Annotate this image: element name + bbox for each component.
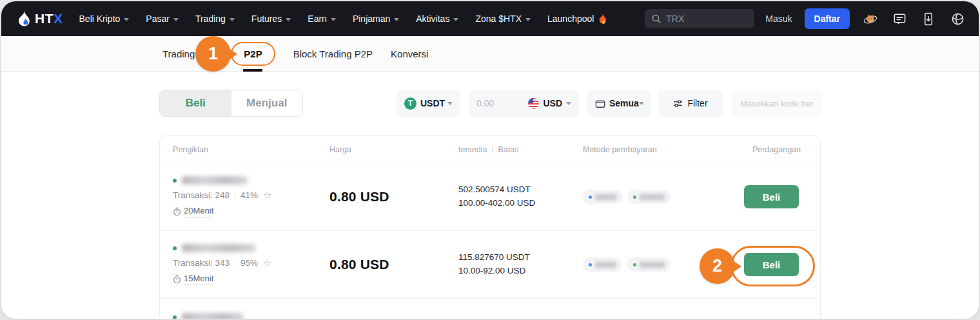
payment-method-blurred	[583, 257, 622, 272]
offer-price: 0.80 USD	[329, 257, 389, 272]
order-limit: 100.00-402.00 USD	[458, 197, 583, 210]
search-input[interactable]	[666, 14, 737, 24]
header-divider	[492, 146, 493, 153]
chevron-down-icon	[525, 18, 531, 21]
payment-dot-blue	[589, 263, 592, 266]
chevron-down-icon	[286, 18, 291, 21]
payment-time-limit: 20Menit	[184, 206, 213, 217]
col-advertiser: Pengiklan	[173, 145, 329, 154]
available-limit-cell: 502.500574 USDT 100.00-402.00 USD	[458, 183, 583, 210]
payment-method-blurred	[627, 190, 671, 204]
menu-beli-kripto[interactable]: Beli Kripto	[71, 1, 138, 36]
signup-button[interactable]: Daftar	[805, 8, 850, 29]
payment-methods-cell	[583, 190, 744, 204]
htx-logo[interactable]: HTX	[15, 10, 63, 28]
online-status-dot	[173, 179, 177, 183]
advertiser-cell: Transaksi: 343 95% ☆ 15Menit	[173, 244, 329, 285]
meta-divider	[235, 259, 235, 266]
payment-method-select[interactable]: Semua	[587, 90, 651, 117]
chevron-down-icon	[639, 102, 644, 105]
buy-toggle[interactable]: Beli	[160, 90, 231, 116]
payment-method-blurred	[583, 190, 622, 204]
menu-pinjaman[interactable]: Pinjaman	[344, 1, 407, 36]
payment-dot-blue	[589, 195, 592, 199]
wallet-icon	[595, 99, 605, 108]
menu-launchpool[interactable]: Launchpool	[539, 1, 615, 36]
buy-button[interactable]: Beli	[744, 185, 799, 208]
usdt-coin-icon: T	[404, 97, 416, 110]
amount-input[interactable]	[476, 98, 516, 108]
app-download-icon[interactable]	[921, 12, 936, 26]
tab-konversi[interactable]: Konversi	[391, 48, 428, 59]
share-code-input-wrap	[732, 90, 821, 117]
col-trade: Perdagangan	[744, 145, 801, 154]
chevron-down-icon	[394, 18, 399, 21]
annotation-step-2: 2	[700, 248, 735, 284]
rewards-mascot-icon[interactable]	[863, 12, 877, 26]
meta-divider	[235, 192, 235, 199]
payment-method-blurred	[627, 257, 671, 272]
chevron-down-icon	[447, 102, 453, 105]
menu-aktivitas[interactable]: Aktivitas	[407, 1, 467, 36]
online-status-dot	[173, 315, 177, 319]
payment-dot-green	[633, 195, 636, 199]
offer-row: Transaksi: 248 41% ☆ 20Menit 0.80 USD 50…	[160, 163, 820, 231]
browser-window: HTX Beli Kripto Pasar Trading Futures Ea…	[1, 1, 979, 319]
tab-p2p-wrap: P2P	[231, 42, 275, 66]
tab-block-trading-p2p[interactable]: Block Trading P2P	[293, 48, 373, 59]
advertiser-cell	[173, 313, 329, 319]
search-box[interactable]	[645, 9, 754, 28]
filter-icon	[673, 99, 683, 108]
available-amount: 502.500574 USDT	[458, 183, 583, 197]
side-toggle: Beli Menjual	[159, 90, 303, 117]
tab-p2p[interactable]: P2P	[231, 42, 275, 66]
menu-pasar[interactable]: Pasar	[137, 1, 187, 36]
col-available-limit: tersediaBatas	[458, 145, 583, 154]
fiat-select[interactable]: USD	[528, 98, 571, 109]
chevron-down-icon	[453, 18, 458, 21]
annotation-step-1: 1	[195, 36, 231, 72]
language-globe-icon[interactable]	[950, 12, 965, 26]
crypto-select[interactable]: T USDT	[397, 90, 460, 117]
share-code-input[interactable]	[740, 99, 813, 108]
support-chat-icon[interactable]	[892, 12, 906, 26]
buy-button[interactable]: Beli	[744, 253, 799, 276]
table-header: Pengiklan Harga tersediaBatas Metode pem…	[160, 136, 820, 163]
offer-row-partial	[160, 299, 820, 319]
chevron-down-icon	[230, 18, 235, 21]
p2p-subnav: Trading P2P Block Trading P2P Konversi	[1, 36, 979, 72]
available-limit-cell: 115.827670 USDT 10.00-92.00 USD	[458, 251, 583, 278]
col-price: Harga	[329, 145, 458, 154]
menu-earn[interactable]: Earn	[299, 1, 344, 36]
col-payment: Metode pembayaran	[583, 145, 744, 154]
fire-icon	[598, 14, 607, 25]
menu-futures[interactable]: Futures	[243, 1, 299, 36]
usa-flag-icon	[528, 98, 539, 109]
clock-icon	[173, 207, 181, 216]
menu-trading[interactable]: Trading	[187, 1, 243, 36]
favorite-star-icon[interactable]: ☆	[263, 190, 271, 200]
search-icon	[652, 14, 661, 23]
sell-toggle[interactable]: Menjual	[231, 90, 303, 116]
clock-icon	[173, 275, 181, 284]
chevron-down-icon	[331, 18, 336, 21]
advertiser-name-blurred[interactable]	[182, 244, 255, 252]
tab-trading[interactable]: Trading	[162, 48, 195, 59]
offer-price: 0.80 USD	[329, 189, 389, 204]
online-status-dot	[173, 246, 177, 250]
advertiser-name-blurred[interactable]	[182, 176, 248, 185]
payment-time-limit: 15Menit	[184, 274, 213, 285]
active-tab-underline	[243, 69, 262, 72]
top-navbar: HTX Beli Kripto Pasar Trading Futures Ea…	[1, 1, 979, 36]
available-amount: 115.827670 USDT	[458, 251, 583, 265]
menu-zona-htx[interactable]: Zona $HTX	[467, 1, 539, 36]
advertiser-name-blurred[interactable]	[182, 313, 244, 319]
chevron-down-icon	[566, 102, 571, 105]
order-limit: 10.00-92.00 USD	[458, 265, 583, 278]
amount-input-group: USD	[469, 90, 579, 117]
login-link[interactable]: Masuk	[765, 14, 792, 24]
filter-button[interactable]: Filter	[658, 90, 723, 117]
favorite-star-icon[interactable]: ☆	[263, 258, 271, 268]
chevron-down-icon	[173, 18, 179, 21]
chevron-down-icon	[124, 18, 129, 21]
